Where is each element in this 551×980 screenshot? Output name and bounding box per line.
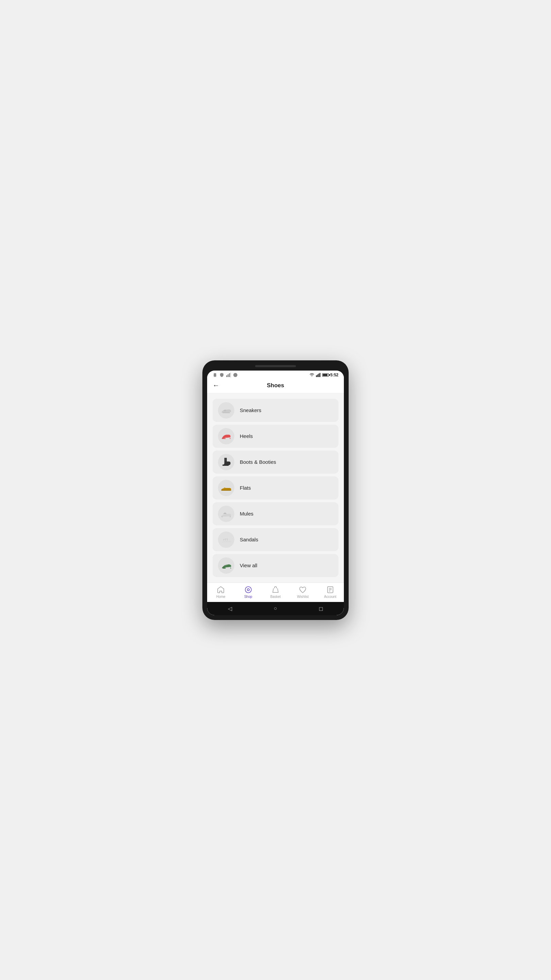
nav-item-wishlist[interactable]: Wishlist (289, 585, 316, 598)
account-nav-label: Account (324, 595, 337, 598)
svg-rect-3 (229, 373, 230, 377)
svg-rect-9 (319, 373, 321, 377)
mules-thumb (218, 506, 234, 522)
settings-icon (213, 372, 218, 377)
category-item-mules[interactable]: Mules (213, 502, 338, 525)
basket-nav-label: Basket (270, 595, 281, 598)
svg-rect-1 (226, 375, 227, 377)
home-icon (217, 585, 225, 594)
boot-icon (220, 456, 232, 468)
android-recents-btn[interactable]: ◻ (319, 605, 323, 612)
android-back-btn[interactable]: ◁ (228, 605, 232, 612)
boots-thumb (218, 454, 234, 470)
flat-icon (220, 482, 232, 494)
category-item-flats[interactable]: Flats (213, 476, 338, 500)
phone-notch (255, 365, 296, 367)
view-all-label: View all (240, 563, 257, 568)
battery-icon (322, 373, 329, 377)
boots-label: Boots & Booties (240, 459, 276, 465)
nav-item-basket[interactable]: Basket (262, 585, 289, 598)
sandal-icon (220, 533, 232, 546)
phone-screen: 5:52 ← Shoes Sneakers (207, 371, 344, 615)
flats-label: Flats (240, 485, 251, 491)
back-button[interactable]: ← (213, 382, 219, 389)
heels-thumb (218, 428, 234, 444)
android-nav-bar: ◁ ○ ◻ (207, 602, 344, 615)
shield-icon (219, 372, 224, 377)
mules-label: Mules (240, 511, 253, 517)
category-list: Sneakers Heels (207, 393, 344, 582)
svg-rect-6 (316, 375, 317, 377)
svg-rect-2 (227, 374, 229, 377)
svg-point-5 (233, 373, 237, 377)
status-right: 5:52 (309, 372, 338, 377)
home-nav-label: Home (216, 595, 225, 598)
sandals-thumb (218, 531, 234, 548)
nav-item-shop[interactable]: Shop (234, 585, 262, 598)
cell-signal-icon (316, 373, 321, 377)
time-display: 5:52 (330, 372, 338, 377)
svg-rect-8 (318, 374, 319, 377)
heel-icon (220, 430, 232, 442)
shop-icon (244, 585, 252, 594)
category-item-sneakers[interactable]: Sneakers (213, 399, 338, 422)
circle-icon (233, 372, 238, 377)
android-home-btn[interactable]: ○ (274, 605, 277, 611)
category-item-heels[interactable]: Heels (213, 425, 338, 448)
sandals-label: Sandals (240, 537, 258, 542)
phone-device: 5:52 ← Shoes Sneakers (202, 360, 349, 620)
status-icons-left (213, 372, 238, 377)
heels-label: Heels (240, 433, 253, 439)
category-item-view-all[interactable]: View all (213, 554, 338, 577)
basket-icon (272, 585, 279, 594)
signal-icon (226, 372, 231, 377)
category-item-boots[interactable]: Boots & Booties (213, 450, 338, 474)
view-all-thumb (218, 557, 234, 574)
heeled-sandal-icon (220, 559, 232, 572)
category-item-sandals[interactable]: Sandals (213, 528, 338, 551)
page-title: Shoes (213, 382, 338, 389)
sneakers-thumb (218, 402, 234, 418)
mule-icon (220, 508, 232, 520)
shop-nav-label: Shop (244, 595, 252, 598)
svg-point-11 (247, 589, 249, 591)
nav-item-home[interactable]: Home (207, 585, 234, 598)
wifi-icon (309, 373, 314, 377)
sneakers-label: Sneakers (240, 407, 261, 413)
account-icon (326, 585, 334, 594)
bottom-nav: Home Shop Basket (207, 582, 344, 602)
wishlist-icon (299, 585, 307, 594)
svg-rect-7 (317, 374, 318, 377)
svg-point-10 (245, 587, 251, 593)
svg-rect-4 (230, 372, 231, 377)
wishlist-nav-label: Wishlist (297, 595, 308, 598)
status-bar: 5:52 (207, 371, 344, 379)
flats-thumb (218, 480, 234, 496)
sneaker-icon (220, 404, 232, 417)
nav-item-account[interactable]: Account (317, 585, 344, 598)
page-header: ← Shoes (207, 379, 344, 393)
